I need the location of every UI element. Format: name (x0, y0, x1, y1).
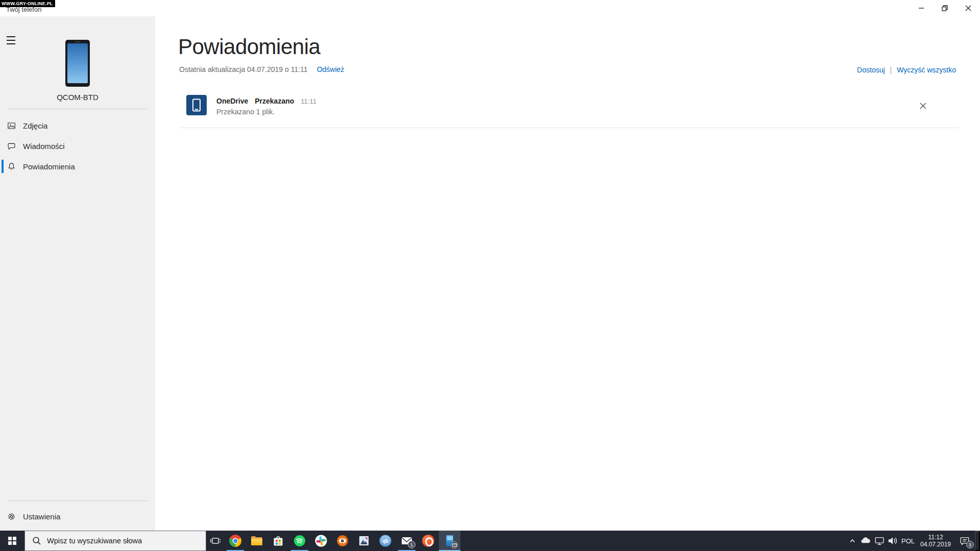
show-desktop-button[interactable] (975, 531, 980, 551)
tray-clock-button[interactable]: 11:12 04.07.2019 (917, 531, 954, 551)
sidebar-item-label: Powiadomienia (23, 162, 75, 171)
windows-logo-icon (8, 537, 16, 545)
screen: WWW.GRY-ONLINE.PL Twój telefon (0, 0, 980, 551)
dismiss-notification-button[interactable] (916, 99, 929, 112)
mail-badge: 1 (408, 541, 415, 548)
taskbar-app-chrome[interactable] (225, 531, 246, 551)
onedrive-cloud-icon (860, 535, 871, 546)
restore-button[interactable] (933, 0, 957, 16)
qbittorrent-icon: qb (379, 535, 391, 547)
taskbar-app-microsoft-store[interactable] (267, 531, 289, 551)
task-view-button[interactable] (206, 531, 225, 551)
phone-speaker (75, 41, 81, 42)
action-center-button[interactable]: 3 (954, 531, 975, 551)
qbittorrent-label: qb (382, 538, 388, 544)
tray-onedrive-button[interactable] (859, 531, 873, 551)
notification-divider (180, 128, 960, 128)
notifications-bell-icon (7, 162, 16, 171)
minimize-button[interactable] (910, 0, 933, 16)
notifications-panel: Powiadomienia Ostatnia aktualizacja 04.0… (155, 16, 980, 531)
sidebar-item-messages[interactable]: Wiadomości (0, 136, 155, 156)
notification-app-icon (186, 95, 207, 115)
notification-title-line: OneDrive Przekazano 11:11 (216, 97, 316, 105)
minimize-icon (918, 5, 924, 11)
photos-icon (7, 121, 16, 131)
search-input[interactable] (47, 537, 202, 545)
mail-icon: 1 (401, 535, 413, 547)
tray-network-button[interactable] (873, 531, 886, 551)
action-center-badge: 3 (966, 541, 974, 548)
phone-screen (67, 43, 88, 83)
taskbar-app-your-phone[interactable] (439, 531, 460, 551)
gear-icon (7, 512, 16, 521)
slack-icon (315, 535, 327, 547)
messages-icon (7, 141, 16, 151)
taskbar-app-slack[interactable] (310, 531, 332, 551)
restore-icon (942, 5, 948, 11)
customize-link[interactable]: Dostosuj (857, 66, 885, 74)
sidebar-item-label: Ustawienia (23, 512, 60, 521)
task-view-icon (210, 535, 221, 546)
taskbar-app-spotify[interactable] (289, 531, 310, 551)
chrome-icon (229, 535, 241, 547)
notification-item[interactable]: OneDrive Przekazano 11:11 Przekazano 1 p… (186, 95, 960, 124)
microsoft-store-icon (272, 535, 284, 547)
taskbar-search[interactable] (24, 531, 206, 551)
your-phone-app-window: WWW.GRY-ONLINE.PL Twój telefon (0, 0, 980, 531)
watermark: WWW.GRY-ONLINE.PL (0, 0, 55, 7)
close-icon (965, 5, 971, 11)
last-update-text: Ostatnia aktualizacja 04.07.2019 o 11:11 (179, 65, 308, 73)
your-phone-mail-badge-icon (451, 541, 458, 548)
sidebar-item-photos[interactable]: Zdjęcia (0, 115, 155, 136)
chevron-up-icon (848, 537, 856, 545)
sidebar-item-label: Wiadomości (23, 142, 65, 151)
tray-volume-button[interactable] (886, 531, 899, 551)
hamburger-menu-button[interactable] (4, 34, 20, 49)
taskbar-app-mail[interactable]: 1 (396, 531, 418, 551)
phone-icon (192, 99, 201, 112)
close-button[interactable] (957, 0, 980, 16)
notification-time: 11:11 (301, 97, 316, 105)
volume-icon (887, 535, 898, 546)
titlebar: WWW.GRY-ONLINE.PL Twój telefon (0, 0, 980, 16)
refresh-link[interactable]: Odśwież (317, 65, 345, 73)
sidebar-bottom: Ustawienia (0, 500, 155, 527)
taskbar-app-file-explorer[interactable] (246, 531, 267, 551)
language-label: POL (901, 537, 915, 545)
photo-viewer-icon (358, 535, 370, 547)
sidebar-item-label: Zdjęcia (23, 121, 47, 130)
taskbar: qb 1 (0, 531, 980, 551)
sidebar: QCOM-BTD Zdjęcia Wiadomości (0, 16, 155, 531)
links-separator: | (890, 66, 892, 74)
search-icon (32, 536, 42, 546)
file-explorer-icon (251, 536, 263, 546)
phone-preview-image (65, 40, 90, 87)
sidebar-bottom-divider (8, 500, 148, 501)
sidebar-divider (8, 109, 148, 109)
taskbar-app-photo-viewer[interactable] (353, 531, 375, 551)
sidebar-nav: Zdjęcia Wiadomości Powiadomienia (0, 115, 155, 177)
notification-body: Przekazano 1 plik. (216, 108, 316, 116)
taskbar-app-origin[interactable] (418, 531, 439, 551)
hamburger-icon (7, 36, 15, 37)
clear-all-link[interactable]: Wyczyść wszystko (897, 66, 956, 74)
taskbar-app-image-viewer[interactable] (332, 531, 353, 551)
tray-language-button[interactable]: POL (899, 531, 917, 551)
tray-date: 04.07.2019 (920, 541, 951, 548)
notification-text: OneDrive Przekazano 11:11 Przekazano 1 p… (216, 97, 316, 116)
taskbar-app-qbittorrent[interactable]: qb (375, 531, 396, 551)
sidebar-item-notifications[interactable]: Powiadomienia (0, 156, 155, 177)
tray-time: 11:12 (928, 534, 943, 541)
window-controls (910, 0, 980, 16)
origin-icon (422, 535, 434, 547)
tray-show-hidden-icons-button[interactable] (846, 531, 859, 551)
header-links: Dostosuj | Wyczyść wszystko (857, 66, 956, 74)
start-button[interactable] (0, 531, 24, 551)
last-update-row: Ostatnia aktualizacja 04.07.2019 o 11:11… (179, 65, 344, 73)
notification-app-name: OneDrive (216, 97, 248, 105)
notification-event: Przekazano (255, 97, 294, 105)
device-name: QCOM-BTD (0, 93, 155, 102)
sidebar-item-settings[interactable]: Ustawienia (0, 506, 155, 527)
page-title: Powiadomienia (178, 35, 320, 59)
spotify-icon (293, 535, 306, 547)
